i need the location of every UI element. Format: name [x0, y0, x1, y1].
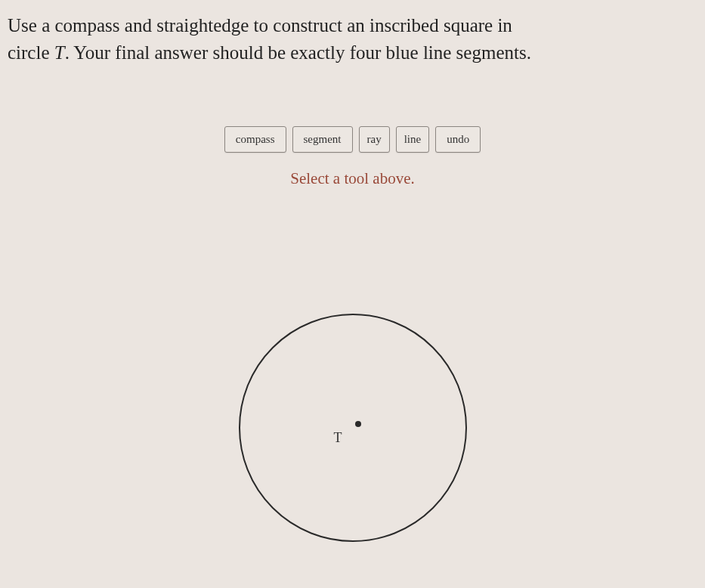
construction-canvas[interactable]: T — [0, 188, 705, 551]
center-label: T — [334, 430, 342, 446]
segment-button[interactable]: segment — [292, 126, 353, 153]
construction-toolbar: compass segment ray line undo — [0, 126, 705, 153]
compass-button[interactable]: compass — [224, 126, 286, 153]
tool-hint: Select a tool above. — [0, 169, 705, 188]
problem-instructions: Use a compass and straightedge to constr… — [0, 0, 705, 67]
instruction-text-line2-post: . Your final answer should be exactly fo… — [65, 42, 531, 63]
line-button[interactable]: line — [396, 126, 430, 153]
center-point[interactable] — [355, 421, 361, 427]
circle-outline — [240, 314, 466, 541]
undo-button[interactable]: undo — [435, 126, 481, 153]
ray-button[interactable]: ray — [359, 126, 390, 153]
circle-figure: T — [236, 311, 470, 545]
instruction-text-line2-pre: circle — [8, 42, 54, 63]
instruction-text-line1: Use a compass and straightedge to constr… — [8, 15, 512, 36]
circle-variable: T — [54, 42, 65, 63]
circle-svg — [236, 311, 470, 545]
